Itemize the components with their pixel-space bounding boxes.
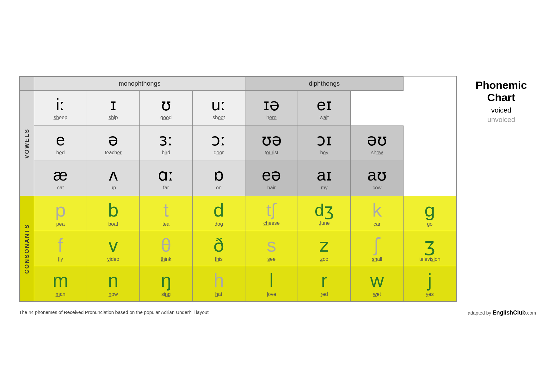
ipa-ea: eə [262,166,281,184]
word-see: see [268,256,276,262]
ipa-p: p [55,200,66,221]
word-love: love [267,291,276,297]
title-block: Phonemic Chart voiced unvoiced [466,76,536,127]
word-up: up [110,185,116,191]
ipa-v: v [108,235,118,256]
monophthongs-header: monophthongs [34,77,245,91]
ipa-n: n [108,270,118,291]
ipa-tsh: tʃ [266,201,277,219]
phoneme-ea: eə hair [245,161,298,196]
ipa-ua: ʊə [262,131,282,149]
ipa-open-o-long: ɔː [211,131,226,149]
phonemic-chart: monophthongs diphthongs VOWELS [20,77,456,301]
word-red: red [321,291,328,297]
phoneme-dzh: dʒ June [298,196,351,231]
phoneme-ash: æ cat [34,161,87,196]
phoneme-b: b boat [87,196,140,231]
ipa-l: l [269,270,274,291]
footer-description: The 44 phonemes of Received Pronunciatio… [19,309,209,316]
word-cat: cat [57,185,64,191]
phoneme-l: l love [245,266,298,301]
phoneme-r: r red [298,266,351,301]
word-car: car [373,221,380,227]
ipa-au: əʊ [367,131,387,149]
word-go: go [427,221,433,227]
top-section: monophthongs diphthongs VOWELS [19,76,536,302]
ipa-dzh: dʒ [315,201,334,219]
word-on: on [216,185,222,191]
ipa-e: e [56,131,65,149]
ipa-theta: θ [161,235,171,256]
word-ship: ship [108,115,118,120]
phoneme-schwa: ə teacher [87,126,140,161]
consonant-row-1: CONSONANTS p pea b [20,196,456,231]
ipa-zh: ʒ [424,235,435,256]
phoneme-sh: ʃ shall [351,231,404,266]
word-here: here [266,115,276,120]
page-wrapper: monophthongs diphthongs VOWELS [19,76,536,316]
word-man: man [56,291,65,297]
phoneme-wedge: ʌ up [87,161,140,196]
word-boat: boat [108,221,118,227]
ipa-f: f [58,235,63,256]
ipa-t: t [163,200,169,221]
phoneme-eng: ŋ sing [139,266,192,301]
consonant-row-2: f fly v video [20,231,456,266]
word-bird: bird [162,150,170,156]
phoneme-n: n now [87,266,140,301]
phoneme-au: əʊ show [351,126,404,161]
ipa-sh: ʃ [374,235,380,256]
ipa-auu: aʊ [367,166,387,184]
phoneme-open-e-long: ɜː bird [139,126,192,161]
ipa-w: w [370,270,384,291]
phoneme-j: j yes [404,266,456,301]
ipa-oi: ɔɪ [317,131,332,149]
word-this: this [215,256,223,262]
word-wait: wait [320,115,329,120]
phoneme-z: z zoo [298,231,351,266]
ipa-m: m [52,270,68,291]
ipa-k: k [372,200,382,221]
phoneme-m: m man [34,266,87,301]
ipa-d: d [213,200,224,221]
chart-title: Phonemic Chart [466,79,536,104]
phoneme-zh: ʒ television [404,231,456,266]
phoneme-t: t tea [139,196,192,231]
chart-container: monophthongs diphthongs VOWELS [19,76,457,302]
ipa-h: h [213,270,224,291]
word-cheese: cheese [263,220,280,226]
ipa-ii: iː [56,96,65,114]
phoneme-ai: aɪ my [298,161,351,196]
ipa-i: ɪ [110,96,116,114]
word-fly: fly [58,256,63,262]
unvoiced-label: unvoiced [466,116,536,124]
diphthongs-header: diphthongs [245,77,403,91]
ipa-wedge: ʌ [108,166,118,184]
ipa-open-o: ɒ [213,166,224,184]
phoneme-ia: ɪə here [245,91,298,126]
phoneme-ua: ʊə tourist [245,126,298,161]
word-hat: hat [215,291,222,297]
word-boy: boy [320,150,328,156]
word-hair: hair [267,185,276,191]
word-yes: yes [426,291,434,297]
consonant-row-3: m man n now [20,266,456,301]
ipa-upsilon: ʊ [161,96,171,114]
word-june: June [319,220,330,226]
word-my: my [321,185,328,191]
phoneme-f: f fly [34,231,87,266]
word-cow: cow [373,185,381,191]
consonants-label: CONSONANTS [20,196,34,301]
ipa-g: g [424,200,435,221]
ipa-a-long: ɑː [158,166,174,184]
word-sheep: sheep [53,115,67,120]
phoneme-ii: iː sheep [34,91,87,126]
word-bed: bed [56,150,65,156]
word-think: think [161,256,171,262]
voiced-label: voiced [466,106,536,114]
phoneme-tsh: tʃ cheese [245,196,298,231]
word-teacher: teacher [105,150,121,156]
phoneme-i: ɪ ship [87,91,140,126]
ipa-z: z [319,235,329,256]
phoneme-a-long: ɑː far [139,161,192,196]
